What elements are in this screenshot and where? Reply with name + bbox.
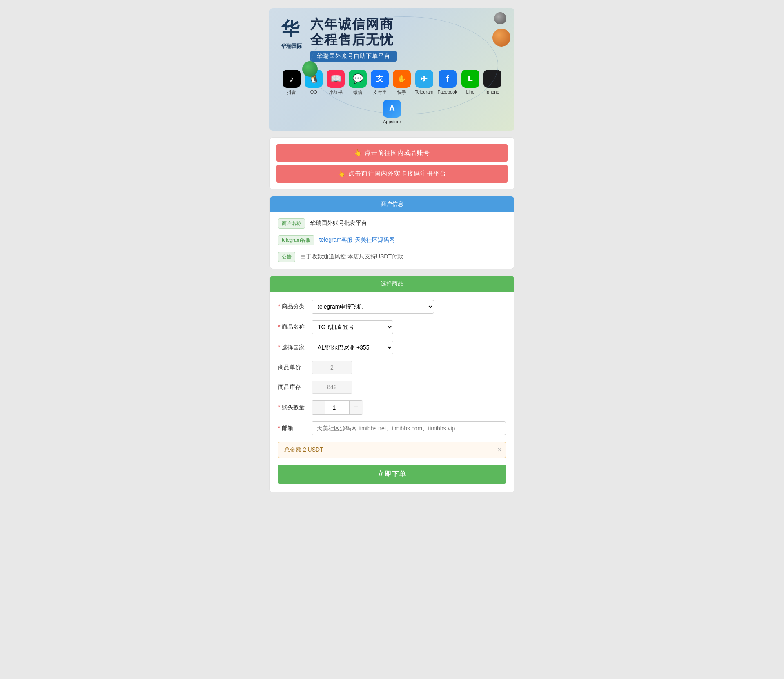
category-select[interactable]: telegram电报飞机 微信 QQ 抖音 Facebook xyxy=(312,300,434,314)
country-label: 选择国家 xyxy=(278,344,307,351)
app-tiktok[interactable]: ♪ 抖音 xyxy=(283,70,301,96)
product-name-select[interactable]: TG飞机直登号 TG飞机养号 TG飞机新号 xyxy=(312,320,393,334)
merchant-section-header: 商户信息 xyxy=(270,196,514,212)
notice-row: 公告 由于收款通道风控 本店只支持USDT付款 xyxy=(278,252,506,262)
telegram-support-link[interactable]: telegram客服-天美社区源码网 xyxy=(319,236,395,244)
merchant-name-value: 华瑞国外账号批发平台 xyxy=(310,220,367,227)
domestic-account-button[interactable]: 👆 点击前往国内成品账号 xyxy=(276,144,508,162)
category-row: 商品分类 telegram电报飞机 微信 QQ 抖音 Facebook xyxy=(278,300,506,314)
telegram-support-row: telegram客服 telegram客服-天美社区源码网 xyxy=(278,235,506,245)
quantity-row: 购买数量 − + xyxy=(278,400,506,415)
country-select[interactable]: AL/阿尔巴尼亚 +355 US/美国 +1 UK/英国 +44 xyxy=(312,341,393,354)
stock-label: 商品库存 xyxy=(278,383,307,391)
product-name-row: 商品名称 TG飞机直登号 TG飞机养号 TG飞机新号 xyxy=(278,320,506,334)
email-input[interactable] xyxy=(312,421,506,435)
unit-price-row: 商品单价 2 xyxy=(278,361,506,374)
brand-logo: 华 华瑞国际 xyxy=(279,16,304,50)
tiktok-label: 抖音 xyxy=(287,89,296,96)
telegram-label-tag: telegram客服 xyxy=(278,235,314,245)
quantity-input[interactable] xyxy=(325,401,350,414)
planet-orange xyxy=(492,29,510,47)
stock-row: 商品库存 842 xyxy=(278,381,506,394)
total-close-button[interactable]: × xyxy=(498,446,501,454)
qq-label: QQ xyxy=(310,89,317,94)
country-row: 选择国家 AL/阿尔巴尼亚 +355 US/美国 +1 UK/英国 +44 xyxy=(278,341,506,354)
email-label: 邮箱 xyxy=(278,425,307,432)
product-name-label: 商品名称 xyxy=(278,323,307,331)
quantity-increment-button[interactable]: + xyxy=(350,401,363,414)
tiktok-icon: ♪ xyxy=(283,70,301,88)
submit-order-button[interactable]: 立即下单 xyxy=(278,465,506,484)
announcement-section: 👆 点击前往国内成品账号 👆 点击前往国内外实卡接码注册平台 xyxy=(270,137,514,189)
unit-price-label: 商品单价 xyxy=(278,364,307,371)
quantity-decrement-button[interactable]: − xyxy=(312,401,325,414)
brand-name: 华瑞国际 xyxy=(281,42,302,50)
iphone-label: Iphone xyxy=(486,89,499,94)
unit-price-value: 2 xyxy=(312,361,352,374)
order-section-header: 选择商品 xyxy=(270,276,514,292)
category-label: 商品分类 xyxy=(278,303,307,310)
notice-label-tag: 公告 xyxy=(278,252,295,262)
notice-value: 由于收款通道风控 本店只支持USDT付款 xyxy=(300,253,403,260)
planet-green xyxy=(302,61,318,77)
merchant-name-row: 商户名称 华瑞国外账号批发平台 xyxy=(278,218,506,229)
quantity-control: − + xyxy=(312,400,363,415)
order-form-section: 选择商品 商品分类 telegram电报飞机 微信 QQ 抖音 Facebook… xyxy=(270,276,514,492)
merchant-info-section: 商户信息 商户名称 华瑞国外账号批发平台 telegram客服 telegram… xyxy=(270,196,514,269)
email-row: 邮箱 xyxy=(278,421,506,435)
total-notice: 总金额 2 USDT × xyxy=(278,442,506,458)
stock-value: 842 xyxy=(312,381,352,394)
planet-gray xyxy=(494,12,506,24)
merchant-name-label: 商户名称 xyxy=(278,218,305,229)
quantity-label: 购买数量 xyxy=(278,404,307,411)
banner-section: 华 华瑞国际 六年诚信网商 全程售后无忧 华瑞国外账号自助下单平台 ♪ 抖音 🐧 xyxy=(270,8,514,131)
foreign-card-button[interactable]: 👆 点击前往国内外实卡接码注册平台 xyxy=(276,165,508,183)
svg-text:华: 华 xyxy=(281,19,300,39)
total-amount-text: 总金额 2 USDT xyxy=(284,446,323,453)
appstore-label: Appstore xyxy=(383,119,401,124)
